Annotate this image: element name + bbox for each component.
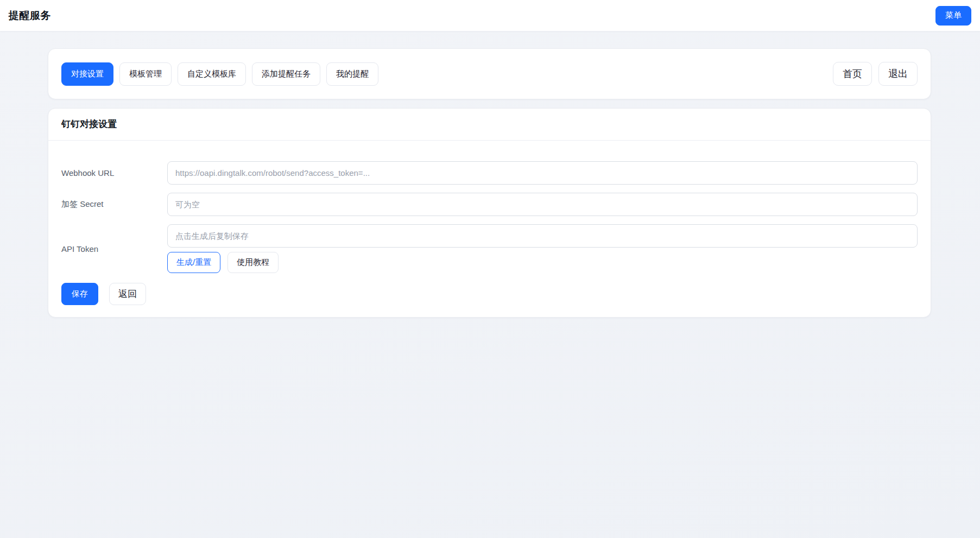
app-title: 提醒服务 bbox=[9, 9, 51, 23]
api-token-input[interactable] bbox=[167, 224, 918, 248]
webhook-url-input[interactable] bbox=[167, 161, 918, 185]
tab-my-reminders[interactable]: 我的提醒 bbox=[326, 62, 378, 86]
webhook-url-row: Webhook URL bbox=[61, 161, 918, 185]
tab-add-reminder-task[interactable]: 添加提醒任务 bbox=[252, 62, 320, 86]
tab-custom-template-library[interactable]: 自定义模板库 bbox=[178, 62, 246, 86]
form-actions: 保存 返回 bbox=[61, 283, 918, 305]
save-button[interactable]: 保存 bbox=[61, 283, 98, 305]
api-token-buttons: 生成/重置 使用教程 bbox=[167, 252, 918, 273]
tab-integration-settings[interactable]: 对接设置 bbox=[61, 62, 113, 86]
settings-card-title: 钉钉对接设置 bbox=[61, 118, 918, 130]
settings-card-header: 钉钉对接设置 bbox=[48, 109, 931, 140]
top-header: 提醒服务 菜单 bbox=[0, 0, 980, 31]
back-button[interactable]: 返回 bbox=[109, 283, 146, 305]
dingtalk-settings-card: 钉钉对接设置 Webhook URL 加签 Secret API Token bbox=[48, 108, 931, 318]
secret-row: 加签 Secret bbox=[61, 193, 918, 216]
api-token-field-col: 生成/重置 使用教程 bbox=[167, 224, 918, 273]
tab-template-management[interactable]: 模板管理 bbox=[119, 62, 172, 86]
secret-label: 加签 Secret bbox=[61, 199, 167, 210]
nav-tab-bar: 对接设置 模板管理 自定义模板库 添加提醒任务 我的提醒 首页 退出 bbox=[48, 48, 931, 99]
tutorial-button[interactable]: 使用教程 bbox=[227, 252, 279, 273]
secret-input[interactable] bbox=[167, 193, 918, 216]
nav-right-group: 首页 退出 bbox=[833, 62, 918, 86]
webhook-url-label: Webhook URL bbox=[61, 168, 167, 178]
main-content: 对接设置 模板管理 自定义模板库 添加提醒任务 我的提醒 首页 退出 钉钉对接设… bbox=[0, 31, 980, 339]
secret-field-col bbox=[167, 193, 918, 216]
settings-form: Webhook URL 加签 Secret API Token 生成/重置 使用… bbox=[48, 141, 931, 317]
api-token-row: API Token 生成/重置 使用教程 bbox=[61, 224, 918, 273]
menu-button[interactable]: 菜单 bbox=[935, 6, 971, 26]
logout-button[interactable]: 退出 bbox=[878, 62, 918, 86]
api-token-label: API Token bbox=[61, 244, 167, 254]
webhook-url-field-col bbox=[167, 161, 918, 185]
generate-reset-button[interactable]: 生成/重置 bbox=[167, 252, 220, 273]
home-button[interactable]: 首页 bbox=[833, 62, 872, 86]
